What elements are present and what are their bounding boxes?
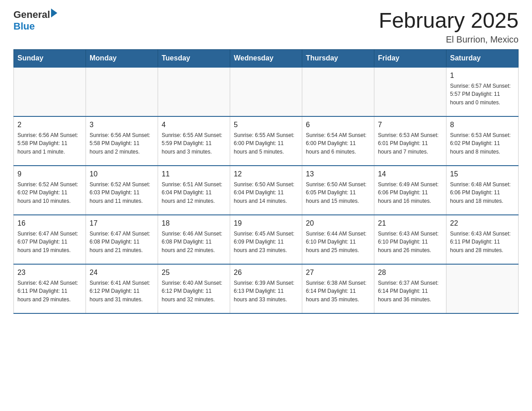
- day-info: Sunrise: 6:45 AM Sunset: 6:09 PM Dayligh…: [234, 231, 294, 253]
- calendar-cell: [86, 67, 158, 116]
- week-row-1: 1Sunrise: 6:57 AM Sunset: 5:57 PM Daylig…: [14, 67, 519, 116]
- day-number: 22: [450, 218, 515, 229]
- day-number: 10: [90, 169, 154, 180]
- day-number: 25: [162, 267, 226, 278]
- day-info: Sunrise: 6:56 AM Sunset: 5:58 PM Dayligh…: [17, 132, 78, 155]
- day-info: Sunrise: 6:47 AM Sunset: 6:08 PM Dayligh…: [90, 231, 150, 253]
- calendar-cell: 13Sunrise: 6:50 AM Sunset: 6:05 PM Dayli…: [302, 166, 374, 215]
- calendar-cell: [158, 67, 230, 116]
- calendar-cell: 18Sunrise: 6:46 AM Sunset: 6:08 PM Dayli…: [158, 215, 230, 264]
- calendar-cell: 23Sunrise: 6:42 AM Sunset: 6:11 PM Dayli…: [14, 264, 86, 313]
- day-info: Sunrise: 6:56 AM Sunset: 5:58 PM Dayligh…: [90, 132, 150, 155]
- day-info: Sunrise: 6:51 AM Sunset: 6:04 PM Dayligh…: [162, 181, 222, 204]
- day-info: Sunrise: 6:44 AM Sunset: 6:10 PM Dayligh…: [306, 231, 366, 253]
- logo: General Blue: [13, 9, 57, 32]
- day-info: Sunrise: 6:48 AM Sunset: 6:06 PM Dayligh…: [450, 181, 511, 204]
- calendar-cell: 22Sunrise: 6:43 AM Sunset: 6:11 PM Dayli…: [446, 215, 519, 264]
- weekday-header-monday: Monday: [86, 49, 158, 67]
- day-info: Sunrise: 6:41 AM Sunset: 6:12 PM Dayligh…: [90, 280, 150, 303]
- weekday-header-friday: Friday: [374, 49, 446, 67]
- day-number: 13: [306, 169, 370, 180]
- day-number: 20: [306, 218, 370, 229]
- day-number: 15: [450, 169, 515, 180]
- weekday-header-sunday: Sunday: [14, 49, 86, 67]
- week-row-4: 16Sunrise: 6:47 AM Sunset: 6:07 PM Dayli…: [14, 215, 519, 264]
- day-info: Sunrise: 6:57 AM Sunset: 5:57 PM Dayligh…: [450, 83, 511, 106]
- day-number: 18: [162, 218, 226, 229]
- day-info: Sunrise: 6:52 AM Sunset: 6:02 PM Dayligh…: [17, 181, 78, 204]
- calendar-cell: 26Sunrise: 6:39 AM Sunset: 6:13 PM Dayli…: [230, 264, 302, 313]
- calendar-cell: 1Sunrise: 6:57 AM Sunset: 5:57 PM Daylig…: [446, 67, 519, 116]
- calendar-table: SundayMondayTuesdayWednesdayThursdayFrid…: [13, 49, 519, 314]
- calendar-cell: 12Sunrise: 6:50 AM Sunset: 6:04 PM Dayli…: [230, 166, 302, 215]
- calendar-cell: 27Sunrise: 6:38 AM Sunset: 6:14 PM Dayli…: [302, 264, 374, 313]
- day-number: 28: [378, 267, 442, 278]
- day-number: 23: [17, 267, 82, 278]
- day-info: Sunrise: 6:50 AM Sunset: 6:05 PM Dayligh…: [306, 181, 366, 204]
- calendar-cell: 6Sunrise: 6:54 AM Sunset: 6:00 PM Daylig…: [302, 116, 374, 166]
- calendar-cell: 9Sunrise: 6:52 AM Sunset: 6:02 PM Daylig…: [14, 166, 86, 215]
- location-title: El Burrion, Mexico: [379, 34, 519, 45]
- calendar-cell: 15Sunrise: 6:48 AM Sunset: 6:06 PM Dayli…: [446, 166, 519, 215]
- calendar-cell: 4Sunrise: 6:55 AM Sunset: 5:59 PM Daylig…: [158, 116, 230, 166]
- day-number: 7: [378, 120, 442, 130]
- week-row-3: 9Sunrise: 6:52 AM Sunset: 6:02 PM Daylig…: [14, 166, 519, 215]
- day-number: 19: [234, 218, 298, 229]
- week-row-5: 23Sunrise: 6:42 AM Sunset: 6:11 PM Dayli…: [14, 264, 519, 313]
- calendar-cell: 17Sunrise: 6:47 AM Sunset: 6:08 PM Dayli…: [86, 215, 158, 264]
- calendar-cell: 24Sunrise: 6:41 AM Sunset: 6:12 PM Dayli…: [86, 264, 158, 313]
- day-number: 11: [162, 169, 226, 180]
- calendar-cell: [230, 67, 302, 116]
- weekday-header-tuesday: Tuesday: [158, 49, 230, 67]
- day-number: 3: [90, 120, 154, 130]
- page-header: General Blue February 2025 El Burrion, M…: [13, 9, 519, 45]
- day-info: Sunrise: 6:50 AM Sunset: 6:04 PM Dayligh…: [234, 181, 294, 204]
- day-number: 17: [90, 218, 154, 229]
- day-info: Sunrise: 6:52 AM Sunset: 6:03 PM Dayligh…: [90, 181, 150, 204]
- day-info: Sunrise: 6:55 AM Sunset: 5:59 PM Dayligh…: [162, 132, 222, 155]
- day-number: 2: [17, 120, 82, 130]
- day-info: Sunrise: 6:39 AM Sunset: 6:13 PM Dayligh…: [234, 280, 294, 303]
- calendar-cell: [14, 67, 86, 116]
- logo-blue-text: Blue: [13, 21, 35, 32]
- calendar-cell: 2Sunrise: 6:56 AM Sunset: 5:58 PM Daylig…: [14, 116, 86, 166]
- calendar-cell: 25Sunrise: 6:40 AM Sunset: 6:12 PM Dayli…: [158, 264, 230, 313]
- calendar-cell: [302, 67, 374, 116]
- calendar-cell: 20Sunrise: 6:44 AM Sunset: 6:10 PM Dayli…: [302, 215, 374, 264]
- weekday-header-wednesday: Wednesday: [230, 49, 302, 67]
- day-info: Sunrise: 6:46 AM Sunset: 6:08 PM Dayligh…: [162, 231, 222, 253]
- day-number: 27: [306, 267, 370, 278]
- day-info: Sunrise: 6:54 AM Sunset: 6:00 PM Dayligh…: [306, 132, 366, 155]
- calendar-cell: [374, 67, 446, 116]
- weekday-header-row: SundayMondayTuesdayWednesdayThursdayFrid…: [14, 49, 519, 67]
- day-number: 24: [90, 267, 154, 278]
- day-info: Sunrise: 6:38 AM Sunset: 6:14 PM Dayligh…: [306, 280, 366, 303]
- calendar-cell: 19Sunrise: 6:45 AM Sunset: 6:09 PM Dayli…: [230, 215, 302, 264]
- calendar-cell: 5Sunrise: 6:55 AM Sunset: 6:00 PM Daylig…: [230, 116, 302, 166]
- month-title: February 2025: [379, 9, 519, 33]
- day-info: Sunrise: 6:53 AM Sunset: 6:02 PM Dayligh…: [450, 132, 511, 155]
- day-number: 9: [17, 169, 82, 180]
- calendar-cell: 3Sunrise: 6:56 AM Sunset: 5:58 PM Daylig…: [86, 116, 158, 166]
- calendar-cell: 14Sunrise: 6:49 AM Sunset: 6:06 PM Dayli…: [374, 166, 446, 215]
- logo-general-text: General: [13, 9, 50, 21]
- day-number: 4: [162, 120, 226, 130]
- calendar-cell: 11Sunrise: 6:51 AM Sunset: 6:04 PM Dayli…: [158, 166, 230, 215]
- calendar-cell: 28Sunrise: 6:37 AM Sunset: 6:14 PM Dayli…: [374, 264, 446, 313]
- day-info: Sunrise: 6:49 AM Sunset: 6:06 PM Dayligh…: [378, 181, 438, 204]
- day-number: 5: [234, 120, 298, 130]
- calendar-cell: 8Sunrise: 6:53 AM Sunset: 6:02 PM Daylig…: [446, 116, 519, 166]
- calendar-cell: 10Sunrise: 6:52 AM Sunset: 6:03 PM Dayli…: [86, 166, 158, 215]
- day-info: Sunrise: 6:37 AM Sunset: 6:14 PM Dayligh…: [378, 280, 438, 303]
- day-info: Sunrise: 6:42 AM Sunset: 6:11 PM Dayligh…: [17, 280, 78, 303]
- calendar-cell: 16Sunrise: 6:47 AM Sunset: 6:07 PM Dayli…: [14, 215, 86, 264]
- day-number: 6: [306, 120, 370, 130]
- day-info: Sunrise: 6:47 AM Sunset: 6:07 PM Dayligh…: [17, 231, 78, 253]
- day-number: 14: [378, 169, 442, 180]
- day-number: 26: [234, 267, 298, 278]
- weekday-header-thursday: Thursday: [302, 49, 374, 67]
- logo-triangle-icon: [51, 9, 57, 17]
- day-number: 8: [450, 120, 515, 130]
- day-number: 16: [17, 218, 82, 229]
- week-row-2: 2Sunrise: 6:56 AM Sunset: 5:58 PM Daylig…: [14, 116, 519, 166]
